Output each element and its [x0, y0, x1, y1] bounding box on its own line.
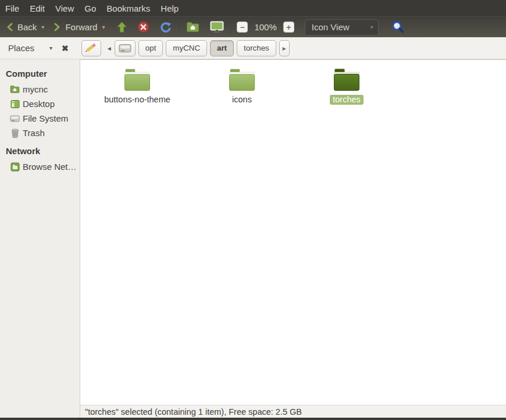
menu-file[interactable]: File [0, 3, 24, 13]
forward-label: Forward [65, 22, 97, 32]
disk-icon [119, 43, 131, 54]
zoom-out-button[interactable]: − [237, 22, 248, 33]
breadcrumb-scroll-right[interactable]: ▸ [279, 40, 290, 56]
folder-icon [228, 68, 256, 91]
sidebar-header-computer: Computer [0, 66, 80, 82]
zoom-level: 100% [254, 22, 276, 32]
back-chevron-icon [6, 23, 13, 31]
sidebar-item-label: File System [23, 113, 68, 123]
menu-bookmarks[interactable]: Bookmarks [101, 3, 155, 13]
search-button[interactable] [386, 17, 410, 37]
sidebar-item-mycnc[interactable]: mycnc [0, 82, 80, 97]
view-mode-value: Icon View [312, 22, 350, 32]
sidebar-header-network: Network [0, 144, 80, 159]
stop-icon [137, 21, 149, 33]
reload-button[interactable] [155, 17, 177, 37]
desktop-icon [10, 99, 20, 109]
close-side-pane-button[interactable]: ✖ [62, 44, 69, 53]
sidebar-item-label: Desktop [23, 99, 55, 109]
toolbar-separator [179, 20, 179, 34]
stop-button[interactable] [132, 17, 155, 37]
search-icon [391, 20, 405, 34]
up-button[interactable] [112, 17, 132, 37]
sidebar-item-trash[interactable]: Trash [0, 126, 80, 140]
forward-history-dropdown[interactable]: ▾ [98, 24, 108, 30]
side-pane-mode-select[interactable]: Places [8, 43, 34, 53]
sidebar-item-label: Browse Net… [23, 162, 77, 172]
right-column: buttons-no-theme icons [80, 59, 506, 418]
pencil-icon [85, 43, 97, 53]
chevron-down-icon[interactable]: ▾ [49, 45, 52, 51]
breadcrumb-torches[interactable]: torches [237, 40, 276, 56]
sidebar-item-file-system[interactable]: File System [0, 111, 80, 126]
folder-icon-selected [333, 68, 361, 91]
breadcrumb-scroll-left[interactable]: ◂ [106, 44, 115, 52]
file-manager-window: File Edit View Go Bookmarks Help Back ▾ … [0, 0, 506, 420]
back-history-dropdown[interactable]: ▾ [38, 24, 48, 30]
menu-go[interactable]: Go [79, 3, 101, 13]
forward-chevron-icon [54, 23, 61, 31]
folder-icon [123, 68, 151, 91]
sidebar-item-desktop[interactable]: Desktop [0, 97, 80, 111]
file-icon-view[interactable]: buttons-no-theme icons [80, 59, 506, 405]
trash-icon [10, 129, 20, 138]
file-item-buttons-no-theme[interactable]: buttons-no-theme [102, 68, 172, 104]
breadcrumb-mycnc[interactable]: myCNC [166, 40, 207, 56]
file-label: icons [232, 95, 252, 104]
menu-edit[interactable]: Edit [24, 3, 50, 13]
desktop-button[interactable] [205, 17, 229, 37]
menu-help[interactable]: Help [155, 3, 184, 13]
sidebar-item-label: Trash [23, 128, 45, 138]
file-label: buttons-no-theme [104, 95, 170, 104]
breadcrumb-art-active[interactable]: art [210, 40, 234, 56]
sidebar-places: Computer mycnc Desktop File System [0, 59, 80, 418]
home-folder-icon [10, 85, 20, 94]
reload-icon [160, 22, 172, 33]
menu-view[interactable]: View [50, 3, 79, 13]
up-arrow-icon [117, 22, 127, 33]
sidebar-item-label: mycnc [23, 84, 48, 94]
file-item-icons[interactable]: icons [207, 68, 277, 104]
back-button[interactable]: Back [5, 22, 38, 32]
path-bar: Places ▾ ✖ ◂ opt myCNC art torches ▸ [0, 37, 506, 59]
toolbar: Back ▾ Forward ▾ − 100% + Icon View [0, 16, 506, 37]
breadcrumb-opt[interactable]: opt [138, 40, 163, 56]
zoom-in-button[interactable]: + [283, 22, 294, 33]
chevron-down-icon: ▾ [370, 24, 373, 30]
back-label: Back [17, 22, 37, 32]
home-button[interactable] [181, 17, 205, 37]
right-arrow-icon: ▸ [283, 44, 286, 52]
toolbar-separator [231, 20, 231, 34]
desktop-icon [210, 21, 224, 33]
breadcrumb-root-button[interactable] [115, 40, 136, 56]
content-area: Computer mycnc Desktop File System [0, 59, 506, 418]
edit-path-button[interactable] [81, 40, 101, 56]
window-bottom-edge [0, 418, 506, 420]
network-icon [10, 162, 20, 172]
sidebar-item-browse-network[interactable]: Browse Net… [0, 159, 80, 174]
file-label-selected: torches [330, 95, 364, 104]
status-bar: "torches" selected (containing 1 item), … [80, 405, 506, 418]
home-folder-icon [186, 22, 199, 33]
menu-bar: File Edit View Go Bookmarks Help [0, 0, 506, 16]
disk-icon [10, 115, 20, 123]
view-mode-select[interactable]: Icon View ▾ [305, 19, 379, 35]
forward-button[interactable]: Forward [52, 22, 98, 32]
status-text: "torches" selected (containing 1 item), … [85, 407, 302, 417]
file-item-torches-selected[interactable]: torches [312, 68, 382, 104]
